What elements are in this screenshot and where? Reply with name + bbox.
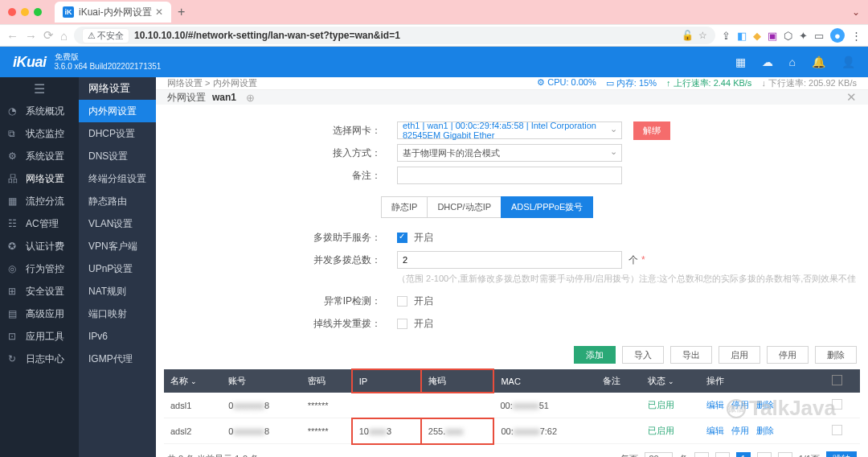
url-field[interactable]: ⚠ 不安全 10.10.10.10/#/network-setting/lan-… bbox=[74, 27, 715, 44]
bookmark-icon[interactable]: ☆ bbox=[698, 30, 707, 41]
abnormal-ip-checkbox[interactable] bbox=[397, 296, 407, 307]
browser-tab[interactable]: iK iKuai-内外网设置 ✕ bbox=[55, 2, 171, 23]
nav1-item[interactable]: ☷AC管理 bbox=[0, 212, 79, 235]
lock-icon[interactable]: 🔓 bbox=[682, 30, 694, 41]
home-icon[interactable]: ⌂ bbox=[789, 56, 796, 68]
multi-dial-checkbox[interactable] bbox=[397, 233, 407, 243]
concurrent-input[interactable] bbox=[397, 251, 622, 269]
nav2-item[interactable]: NAT规则 bbox=[79, 280, 156, 303]
system-stats: ⚙ CPU: 0.00% ▭ 内存: 15% ↑ 上行速率: 2.44 KB/s… bbox=[537, 77, 857, 89]
user-icon[interactable]: 👤 bbox=[841, 56, 855, 68]
pager-page[interactable]: 1 bbox=[736, 452, 751, 457]
page-title-bar: 外网设置 wan1 ⊕ ✕ bbox=[156, 90, 868, 105]
nav1-item[interactable]: ⊞安全设置 bbox=[0, 280, 79, 303]
op-stop[interactable]: 停用 bbox=[731, 426, 749, 435]
nav2-item[interactable]: DNS设置 bbox=[79, 145, 156, 167]
insecure-badge[interactable]: ⚠ 不安全 bbox=[82, 28, 129, 43]
share-icon[interactable]: ⇪ bbox=[722, 30, 731, 42]
drop-retry-checkbox[interactable] bbox=[397, 319, 407, 329]
op-delete[interactable]: 删除 bbox=[756, 400, 774, 410]
unbind-button[interactable]: 解绑 bbox=[633, 121, 670, 140]
menu-icon[interactable]: ⋮ bbox=[851, 30, 862, 42]
tab-dhcp[interactable]: DHCP/动态IP bbox=[427, 196, 501, 218]
tab-close-icon[interactable]: ✕ bbox=[155, 6, 163, 18]
nav1-item[interactable]: ⊡应用工具 bbox=[0, 325, 79, 348]
forward-icon[interactable]: → bbox=[25, 29, 37, 43]
op-delete[interactable]: 删除 bbox=[756, 426, 774, 435]
nic-select[interactable]: eth1 | wan1 | 00:0c:29:f4:a5:58 | Intel … bbox=[397, 121, 622, 139]
nav1-item[interactable]: ✪认证计费 bbox=[0, 235, 79, 257]
dial-table: 名称 ⌄账号密码IP掩码MAC备注状态 ⌄操作 adsl1 0xxxxxxx8 … bbox=[164, 368, 860, 445]
back-icon[interactable]: ← bbox=[6, 29, 18, 43]
action-button[interactable]: 启用 bbox=[719, 346, 760, 364]
nav2-item[interactable]: DHCP设置 bbox=[79, 122, 156, 145]
nav1-item[interactable]: ⚙系统设置 bbox=[0, 145, 79, 167]
op-edit[interactable]: 编辑 bbox=[706, 426, 724, 435]
remark-input[interactable] bbox=[397, 167, 622, 184]
nav1-item[interactable]: ◎行为管控 bbox=[0, 257, 79, 280]
action-button[interactable]: 导入 bbox=[622, 346, 664, 364]
profile-avatar[interactable]: ● bbox=[830, 28, 845, 43]
nav1-item[interactable]: 品网络设置 bbox=[0, 167, 79, 190]
select-all-checkbox[interactable] bbox=[832, 375, 842, 385]
table-header: 账号 bbox=[222, 369, 301, 393]
nav1-item[interactable]: ◔系统概况 bbox=[0, 100, 79, 122]
ext-icon[interactable]: ◆ bbox=[753, 30, 761, 42]
nav2-item[interactable]: VPN客户端 bbox=[79, 235, 156, 257]
mem-stat: ▭ 内存: 15% bbox=[606, 77, 657, 89]
pager-prev[interactable]: ‹ bbox=[715, 452, 730, 457]
row-checkbox[interactable] bbox=[832, 425, 842, 435]
close-panel-icon[interactable]: ✕ bbox=[846, 90, 857, 105]
add-wan-icon[interactable]: ⊕ bbox=[246, 92, 255, 104]
table-header: MAC bbox=[493, 369, 596, 393]
action-button[interactable]: 导出 bbox=[670, 346, 712, 364]
nav2-item[interactable]: 端口映射 bbox=[79, 303, 156, 325]
access-select[interactable]: 基于物理网卡的混合模式 bbox=[397, 144, 622, 162]
page-title: 外网设置 bbox=[167, 91, 206, 105]
nav-label: 应用工具 bbox=[26, 330, 64, 344]
ext-icon[interactable]: ⬡ bbox=[784, 30, 792, 42]
panel-icon[interactable]: ▭ bbox=[814, 30, 824, 42]
nav1-item[interactable]: ▤高级应用 bbox=[0, 303, 79, 325]
ext-icon[interactable]: ◧ bbox=[737, 30, 747, 42]
op-stop[interactable]: 停用 bbox=[731, 400, 749, 410]
nav2-item[interactable]: UPnP设置 bbox=[79, 257, 156, 280]
home-icon[interactable]: ⌂ bbox=[60, 29, 68, 43]
apps-icon[interactable]: ▦ bbox=[735, 56, 746, 68]
action-button[interactable]: 添加 bbox=[574, 346, 616, 364]
page-size-select[interactable]: 20 ⌄ bbox=[645, 452, 672, 458]
nav2-item[interactable]: IGMP代理 bbox=[79, 348, 156, 370]
pager-next[interactable]: › bbox=[757, 452, 772, 457]
minimize-dot[interactable] bbox=[21, 8, 29, 16]
row-checkbox[interactable] bbox=[832, 399, 842, 410]
new-tab-icon[interactable]: + bbox=[178, 5, 185, 19]
nav2-item[interactable]: IPv6 bbox=[79, 325, 156, 348]
cell-status: 已启用 bbox=[641, 393, 699, 418]
nav2-item[interactable]: 终端分组设置 bbox=[79, 167, 156, 190]
pager-last[interactable]: » bbox=[778, 452, 792, 457]
nav2-item[interactable]: 静态路由 bbox=[79, 190, 156, 212]
pager-first[interactable]: « bbox=[694, 452, 709, 457]
tabs-overflow-icon[interactable]: ⌄ bbox=[852, 6, 860, 18]
action-button[interactable]: 停用 bbox=[767, 346, 809, 364]
pager-jump-button[interactable]: 跳转 bbox=[826, 451, 857, 458]
maximize-dot[interactable] bbox=[34, 8, 42, 16]
ext-icon[interactable]: ▣ bbox=[768, 30, 777, 42]
op-edit[interactable]: 编辑 bbox=[706, 400, 724, 410]
action-button[interactable]: 删除 bbox=[815, 346, 857, 364]
bell-icon[interactable]: 🔔 bbox=[812, 56, 825, 68]
tab-static-ip[interactable]: 静态IP bbox=[381, 196, 427, 218]
nav1-item[interactable]: ▦流控分流 bbox=[0, 190, 79, 212]
nav2-item[interactable]: VLAN设置 bbox=[79, 212, 156, 235]
reload-icon[interactable]: ⟳ bbox=[43, 28, 54, 43]
cloud-icon[interactable]: ☁ bbox=[762, 56, 773, 68]
nav2-item[interactable]: 内外网设置 bbox=[79, 100, 156, 122]
nav1-item[interactable]: ⧉状态监控 bbox=[0, 122, 79, 145]
header-actions: ▦ ☁ ⌂ 🔔 👤 bbox=[735, 56, 855, 68]
extensions-icon[interactable]: ✦ bbox=[799, 30, 808, 42]
logo: iKuai bbox=[13, 54, 47, 71]
close-dot[interactable] bbox=[8, 8, 16, 16]
nav1-item[interactable]: ↻日志中心 bbox=[0, 348, 79, 370]
nav-collapse-icon[interactable]: ☰ bbox=[0, 77, 79, 100]
tab-adsl[interactable]: ADSL/PPPoE拨号 bbox=[501, 196, 593, 218]
